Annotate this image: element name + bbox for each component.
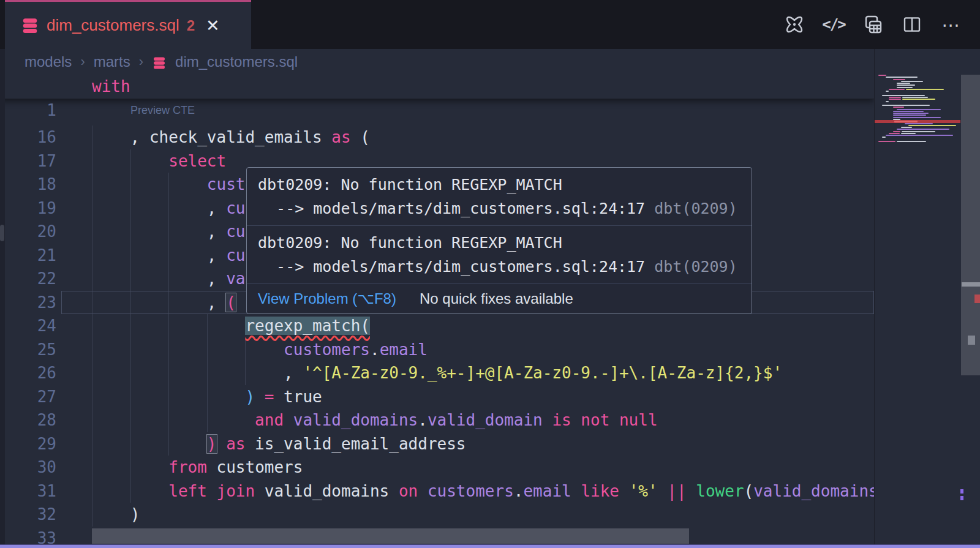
line-number: 1 (0, 99, 56, 122)
line-number[interactable]: 21 (0, 244, 56, 268)
minimap-code-line (886, 77, 918, 78)
line-number[interactable]: 29 (0, 432, 56, 456)
line-number[interactable]: 22 (0, 267, 56, 291)
code-line[interactable]: ) = true (92, 385, 322, 409)
overview-ruler-marker (962, 282, 980, 287)
problem-title: dbt0209: No function REGEXP_MATCH (258, 173, 741, 197)
chevron-right-icon: › (80, 54, 85, 70)
minimap-code-line (897, 87, 913, 88)
minimap-code-line (897, 84, 915, 86)
line-number[interactable]: 27 (0, 385, 56, 409)
editor-actions: </> ⋯ (783, 0, 963, 49)
minimap-code-line (901, 133, 916, 134)
scrollbar-thumb[interactable] (961, 75, 980, 375)
minimap-error-line (875, 120, 961, 123)
minimap-code-line (901, 81, 923, 82)
minimap-code-line (893, 111, 924, 112)
minimap-code-line (886, 101, 889, 102)
minimap-code-line (897, 141, 926, 142)
line-number[interactable]: 23 (0, 291, 56, 315)
minimap-code-line (889, 97, 901, 98)
database-icon (152, 53, 167, 70)
tab-bar: dim_customers.sql 2 ✕ </> (0, 0, 980, 49)
minimap-code-line (893, 79, 905, 80)
line-number[interactable]: 28 (0, 408, 56, 432)
code-line[interactable]: and valid_domains.valid_domain is not nu… (92, 408, 658, 432)
minimap-code-line (897, 129, 949, 130)
code-preview-icon[interactable]: </> (822, 13, 845, 36)
line-number[interactable]: 26 (0, 361, 56, 385)
line-number[interactable]: 18 (0, 173, 56, 197)
code-line[interactable]: left join valid_domains on customers.ema… (92, 479, 874, 503)
code-line[interactable]: , '^[A-Za-z0-9._%+-]+@[A-Za-z0-9.-]+\.[A… (92, 361, 782, 385)
problem-location: --> models/marts/dim_customers.sql:24:17… (258, 197, 741, 220)
minimap-code-line (905, 123, 933, 124)
code-line[interactable]: regexp_match( (92, 314, 370, 338)
sticky-code: with (92, 75, 130, 99)
breadcrumb-item-marts[interactable]: marts (94, 53, 130, 70)
sticky-scroll-line[interactable]: 1 with (0, 75, 874, 99)
tab-dim-customers-sql[interactable]: dim_customers.sql 2 ✕ (5, 0, 251, 49)
overview-ruler-marker (960, 489, 963, 494)
line-number[interactable]: 24 (0, 314, 56, 338)
minimap-code-line (893, 114, 926, 116)
horizontal-scrollbar-thumb[interactable] (92, 528, 689, 544)
code-line[interactable]: select (92, 149, 226, 173)
code-line[interactable]: ) (92, 503, 140, 527)
minimap-code-line (897, 109, 941, 110)
minimap-code-line (893, 131, 900, 132)
minimap-code-line (886, 91, 889, 92)
minimap-code-line (906, 89, 944, 90)
tooltip-actions: View Problem (⌥F8) No quick fixes availa… (247, 284, 752, 313)
minimap-code-line (878, 141, 895, 142)
minimap-code-line (893, 107, 904, 108)
minimap-code-line (902, 99, 935, 100)
tab-filename: dim_customers.sql (47, 16, 179, 35)
left-edge-sash (0, 49, 5, 548)
split-editor-icon[interactable] (900, 13, 924, 36)
minimap[interactable] (874, 49, 960, 548)
query-results-icon[interactable] (861, 13, 884, 36)
minimap-code-line (908, 125, 956, 126)
minimap-code-line (878, 75, 886, 76)
close-icon[interactable]: ✕ (206, 16, 220, 36)
line-number[interactable]: 20 (0, 220, 56, 244)
code-line[interactable]: ) as is_valid_email_address (92, 432, 466, 456)
chevron-right-icon: › (139, 54, 143, 70)
database-icon (21, 17, 39, 35)
line-number[interactable]: 25 (0, 338, 56, 362)
line-number[interactable]: 19 (0, 197, 56, 220)
minimap-code-line (886, 135, 953, 136)
problem-message: dbt0209: No function REGEXP_MATCH --> mo… (247, 226, 752, 284)
codelens-preview-cte[interactable]: Preview CTE (130, 104, 195, 117)
no-quick-fixes-label: No quick fixes available (420, 290, 573, 307)
minimap-code-line (882, 105, 930, 106)
code-line[interactable]: , check_valid_emails as ( (92, 126, 370, 149)
overview-ruler-marker (974, 295, 980, 303)
more-actions-icon[interactable]: ⋯ (940, 13, 963, 36)
tab-problems-badge: 2 (187, 17, 195, 34)
minimap-error-text (894, 121, 918, 122)
problem-title: dbt0209: No function REGEXP_MATCH (258, 231, 741, 255)
dbt-icon[interactable] (783, 13, 806, 36)
minimap-code-line (889, 133, 900, 134)
line-number[interactable]: 32 (0, 503, 56, 527)
line-number[interactable]: 31 (0, 479, 56, 503)
code-line[interactable]: customers.email (92, 338, 428, 362)
minimap-code-line (893, 117, 941, 118)
code-line[interactable]: , ( (92, 291, 236, 315)
problem-location: --> models/marts/dim_customers.sql:24:17… (258, 255, 741, 279)
window-bottom-border (0, 544, 980, 548)
vertical-scrollbar[interactable] (960, 49, 980, 548)
minimap-code-line (901, 127, 912, 128)
breadcrumb-item-models[interactable]: models (24, 53, 72, 70)
vscode-window: dim_customers.sql 2 ✕ </> (0, 0, 980, 548)
sash-handle[interactable] (0, 225, 4, 241)
minimap-code-line (902, 131, 935, 132)
minimap-code-line (889, 99, 901, 100)
minimap-code-line (897, 83, 910, 84)
code-line[interactable]: from customers (92, 456, 303, 479)
breadcrumb-item-file[interactable]: dim_customers.sql (175, 53, 298, 70)
view-problem-link[interactable]: View Problem (⌥F8) (258, 290, 396, 307)
line-number[interactable]: 30 (0, 456, 56, 479)
